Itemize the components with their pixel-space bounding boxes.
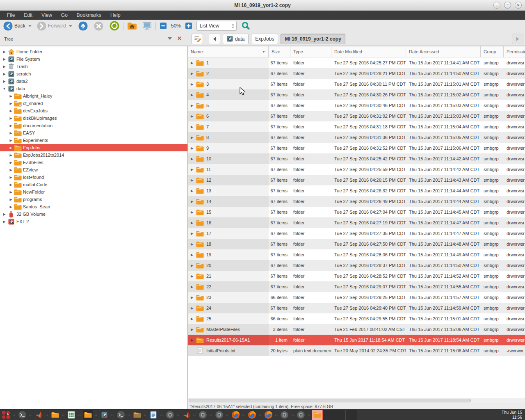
file-row-21[interactable]: ▶2167 itemsfolderTue 27 Sep 2016 04:28:5… (188, 271, 525, 281)
file-row-9[interactable]: ▶967 itemsfolderTue 27 Sep 2016 04:31:52… (188, 143, 525, 153)
expander-icon[interactable]: ▶ (189, 221, 194, 225)
expander-icon[interactable]: ▶ (8, 124, 14, 128)
tree-panel-close-icon[interactable]: ✕ (177, 35, 182, 41)
expander-icon[interactable]: ▶ (189, 317, 194, 321)
tree-panel-dropdown[interactable] (168, 37, 172, 40)
expander-icon[interactable]: ▶ (189, 104, 194, 107)
file-row-14[interactable]: ▶1467 itemsfolderTue 27 Sep 2016 04:26:4… (188, 196, 525, 207)
expander-icon[interactable]: ▶ (8, 198, 14, 201)
file-row-6[interactable]: ▶667 itemsfolderTue 27 Sep 2016 04:31:02… (188, 111, 525, 121)
expander-icon[interactable]: ▶ (8, 176, 14, 179)
taskbar-document-button[interactable] (148, 410, 159, 420)
column-header-type[interactable]: Type (290, 46, 331, 57)
tree-item-ext-2[interactable]: ▶EXT 2 (0, 218, 187, 225)
menu-edit[interactable]: Edit (19, 11, 37, 20)
expander-icon[interactable]: ▶ (189, 200, 194, 203)
breadcrumb-mi-16-0919-yor1-2-copy[interactable]: MI 16_0919_yor1-2 copy (281, 34, 345, 44)
expander-icon[interactable]: ▶ (189, 168, 194, 171)
file-row-7[interactable]: ▶767 itemsfolderTue 27 Sep 2016 04:31:18… (188, 121, 525, 132)
taskbar-terminal-button[interactable] (116, 410, 126, 420)
taskbar-app-button[interactable] (279, 410, 290, 420)
expander-icon[interactable]: ▶ (2, 212, 7, 216)
expander-icon[interactable]: ▶ (8, 109, 14, 113)
tree-item-programs[interactable]: ▶programs (0, 196, 187, 203)
home-button[interactable] (126, 22, 138, 30)
tree-item-newfolder[interactable]: ▶NewFolder (0, 188, 187, 196)
expander-icon[interactable]: ▶ (2, 80, 7, 83)
expander-icon[interactable]: ▶ (189, 178, 194, 182)
taskbar-folder-active-button[interactable] (312, 410, 322, 420)
view-mode-spinner[interactable] (230, 21, 236, 30)
toggle-path-entry-button[interactable] (192, 34, 203, 44)
menu-bookmarks[interactable]: Bookmarks (72, 11, 106, 20)
workspace-1[interactable] (323, 410, 334, 420)
file-row-25[interactable]: ▶2566 itemsfolderTue 27 Sep 2016 04:29:5… (188, 313, 525, 324)
workspace-2[interactable] (334, 410, 346, 420)
column-header-date-modified[interactable]: Date Modified (331, 46, 406, 57)
tree-item-scratch[interactable]: ▶scratch (0, 70, 187, 78)
tree-item-32-gb-volume[interactable]: ▶32 GB Volume (0, 210, 187, 218)
expander-icon[interactable]: ▶ (189, 285, 194, 289)
column-header-permissions[interactable]: Permissions (504, 46, 525, 57)
expander-icon[interactable]: ▶ (189, 146, 194, 150)
expander-icon[interactable]: ▶ (8, 161, 14, 164)
view-mode-select[interactable]: List View (196, 21, 237, 31)
tree-item-experiments[interactable]: ▶Experiments (0, 137, 187, 144)
taskbar-calc-button[interactable] (66, 410, 77, 420)
taskbar-matlab-button[interactable] (181, 410, 192, 420)
tree-item-data2[interactable]: ▶data2 (0, 78, 187, 85)
expander-icon[interactable]: ▶ (189, 264, 194, 267)
expander-icon[interactable]: ▶ (189, 93, 194, 97)
expander-icon[interactable]: ▶ (189, 306, 194, 310)
expander-icon[interactable]: ▶ (8, 131, 14, 135)
expander-icon[interactable]: ▶ (189, 232, 194, 235)
up-button[interactable] (78, 21, 89, 31)
file-row-22[interactable]: ▶2267 itemsfolderTue 27 Sep 2016 04:29:0… (188, 281, 525, 292)
taskbar-app-button[interactable] (198, 410, 208, 420)
tree-item-file-system[interactable]: ▶File System (0, 55, 187, 63)
expander-icon[interactable]: ▶ (8, 190, 14, 194)
horizontal-scrollbar-thumb[interactable] (189, 399, 471, 402)
expander-icon[interactable]: ▶ (189, 338, 194, 342)
expander-icon[interactable]: ▶ (189, 274, 194, 278)
expander-icon[interactable]: ▶ (8, 139, 14, 142)
menu-file[interactable]: File (2, 11, 19, 20)
search-button[interactable] (240, 21, 251, 30)
stop-button[interactable] (93, 21, 104, 31)
taskbar-firefox-button[interactable] (263, 410, 274, 420)
taskbar-app-button[interactable] (296, 410, 306, 420)
taskbar-firefox-button[interactable] (247, 410, 257, 420)
menu-view[interactable]: View (37, 11, 57, 20)
tree-item-diskbkupimages[interactable]: ▶diskBkUpImages (0, 114, 187, 122)
file-row-2[interactable]: ▶267 itemsfolderTue 27 Sep 2016 04:28:21… (188, 68, 525, 79)
tree-item-expjobs[interactable]: ▶ExpJobs (0, 144, 187, 151)
expander-icon[interactable]: ▶ (189, 157, 194, 161)
file-row-13[interactable]: ▶1367 itemsfolderTue 27 Sep 2016 04:26:3… (188, 185, 525, 196)
expander-icon[interactable]: ▶ (8, 168, 14, 172)
back-button[interactable]: Back (2, 21, 26, 31)
tree-item-trash[interactable]: ▶Trash (0, 63, 187, 70)
zoom-out-button[interactable] (159, 22, 168, 30)
expander-icon[interactable]: ▶ (189, 189, 194, 193)
scroll-path-right-button[interactable] (512, 34, 523, 44)
expander-icon[interactable]: ▶ (189, 242, 194, 246)
expander-icon[interactable]: ▶ (189, 114, 194, 118)
refresh-button[interactable] (109, 21, 120, 31)
file-row-15[interactable]: ▶1567 itemsfolderTue 27 Sep 2016 04:27:0… (188, 207, 525, 217)
taskbar-app-button[interactable] (165, 410, 175, 420)
forward-history-dropdown[interactable] (69, 25, 72, 27)
expander-icon[interactable]: ▶ (8, 153, 14, 157)
file-row-1[interactable]: ▶167 itemsfolderTue 27 Sep 2016 04:25:27… (188, 57, 525, 68)
file-row-19[interactable]: ▶1967 itemsfolderTue 27 Sep 2016 04:28:0… (188, 249, 525, 260)
forward-button[interactable]: Forward (36, 21, 67, 31)
expander-icon[interactable]: ▶ (189, 72, 194, 75)
file-row-10[interactable]: ▶1067 itemsfolderTue 27 Sep 2016 04:25:4… (188, 153, 525, 164)
file-row-16[interactable]: ▶1667 itemsfolderTue 27 Sep 2016 04:27:1… (188, 217, 525, 228)
expander-icon[interactable]: ▶ (2, 65, 7, 68)
taskbar-terminal-button[interactable] (17, 410, 27, 420)
file-row-4[interactable]: ▶467 itemsfolderTue 27 Sep 2016 04:30:26… (188, 89, 525, 100)
menu-help[interactable]: Help (106, 11, 125, 20)
column-header-group[interactable]: Group (481, 46, 504, 57)
column-header-name[interactable]: Name▼ (188, 46, 269, 57)
expander-icon[interactable]: ▼ (2, 87, 7, 91)
